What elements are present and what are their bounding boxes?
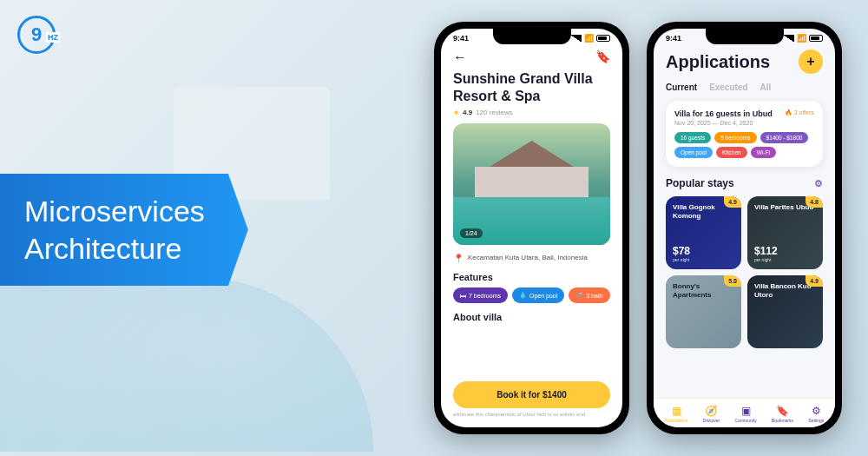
nav-community[interactable]: ▣Community (735, 405, 757, 423)
bottom-nav: ▦Applications 🧭Discover ▣Community 🔖Book… (654, 398, 835, 427)
feature-pool: 💧Open pool (512, 287, 564, 303)
bookmark-icon[interactable]: 🔖 (595, 50, 610, 65)
location-row: 📍 Kecamatan Kuta Utara, Bali, Indonesia (453, 254, 610, 263)
location-text: Kecamatan Kuta Utara, Bali, Indonesia (468, 254, 588, 261)
tab-executed[interactable]: Executed (709, 83, 747, 92)
stay-card[interactable]: 4.9 Villa Bancon Kuo Utoro (747, 275, 823, 348)
page-title: Applications (666, 52, 770, 72)
card-dates: Nov 20, 2025 — Dec 4, 2020 (674, 120, 814, 126)
back-button[interactable]: ← (453, 50, 467, 65)
popular-heading: Popular stays (666, 177, 734, 189)
brand-logo: 9 HZ (17, 16, 61, 59)
wifi-icon: 📶 (584, 34, 594, 43)
phone-mockup-detail: 9:41 📶 ← 🔖 Sunshine Grand Villa Resort &… (434, 22, 629, 434)
tag-wifi: Wi-Fi (751, 147, 776, 158)
stay-price: $112per night (754, 245, 778, 262)
reviews-count: 120 reviews (476, 109, 513, 116)
tab-all[interactable]: All (760, 83, 772, 92)
stay-card[interactable]: 4.8 Villa Parttes Ubud $112per night (747, 196, 823, 269)
tag-price: $1400 - $1800 (760, 132, 809, 143)
offers-badge: 🔥3 offers (785, 109, 814, 116)
application-card[interactable]: Villa for 16 guests in Ubud 🔥3 offers No… (666, 101, 823, 167)
stay-card[interactable]: 4.9 Villa Gognok Komong $78per night (666, 196, 741, 269)
phone-mockup-applications: 9:41 📶 Applications + Current Executed A… (647, 22, 842, 434)
feature-pills: 🛏7 bedrooms 💧Open pool 🚿3 bath (453, 287, 610, 303)
nav-applications[interactable]: ▦Applications (665, 405, 688, 423)
nav-bookmarks[interactable]: 🔖Bookmarks (772, 405, 793, 423)
stay-rating: 4.9 (724, 196, 741, 208)
star-icon: ★ (453, 109, 459, 116)
phone-notch (706, 29, 784, 44)
book-button[interactable]: Book it for $1400 (453, 381, 610, 408)
stay-rating: 4.9 (806, 275, 823, 287)
tag-bedrooms: 5 bedrooms (714, 132, 756, 143)
stay-rating: 4.8 (806, 196, 823, 208)
stay-grid: 4.9 Villa Gognok Komong $78per night 4.8… (666, 196, 823, 348)
battery-icon (596, 35, 610, 42)
property-title: Sunshine Grand Villa Resort & Spa (453, 70, 610, 105)
nav-discover[interactable]: 🧭Discover (703, 405, 720, 423)
features-heading: Features (453, 272, 610, 282)
tag-kitchen: Kitchen (716, 147, 747, 158)
nav-settings[interactable]: ⚙Settings (808, 405, 824, 423)
tab-current[interactable]: Current (666, 83, 697, 92)
battery-icon (809, 35, 823, 42)
card-title: Villa for 16 guests in Ubud (674, 109, 773, 118)
rating-row: ★ 4.9 120 reviews (453, 109, 610, 116)
tab-row: Current Executed All (666, 83, 823, 92)
add-button[interactable]: + (799, 50, 823, 74)
status-time: 9:41 (453, 34, 469, 43)
tag-row: 16 guests 5 bedrooms $1400 - $1800 Open … (674, 132, 814, 158)
feature-bath: 🚿3 bath (569, 287, 609, 303)
stay-rating: 5.0 (724, 275, 741, 287)
signal-icon (784, 35, 794, 42)
wifi-icon: 📶 (797, 34, 806, 43)
filter-icon[interactable]: ⚙ (814, 178, 823, 189)
feature-bedrooms: 🛏7 bedrooms (453, 287, 508, 303)
tag-guests: 16 guests (674, 132, 711, 143)
tag-pool: Open pool (674, 147, 713, 158)
about-heading: About villa (453, 312, 610, 322)
phone-notch (493, 29, 571, 44)
stay-price: $78per night (673, 245, 690, 262)
title-banner: Microservices Architecture (0, 174, 248, 286)
property-image[interactable]: 1/24 (453, 123, 610, 245)
image-counter: 1/24 (460, 228, 483, 238)
about-snippet: eliminate this characteristic of Ubud hi… (453, 412, 610, 419)
pin-icon: 📍 (453, 254, 464, 263)
stay-card[interactable]: 5.0 Bonny's Apartments (666, 275, 741, 348)
rating-value: 4.9 (463, 109, 472, 116)
signal-icon (571, 35, 582, 42)
status-time: 9:41 (666, 34, 681, 43)
